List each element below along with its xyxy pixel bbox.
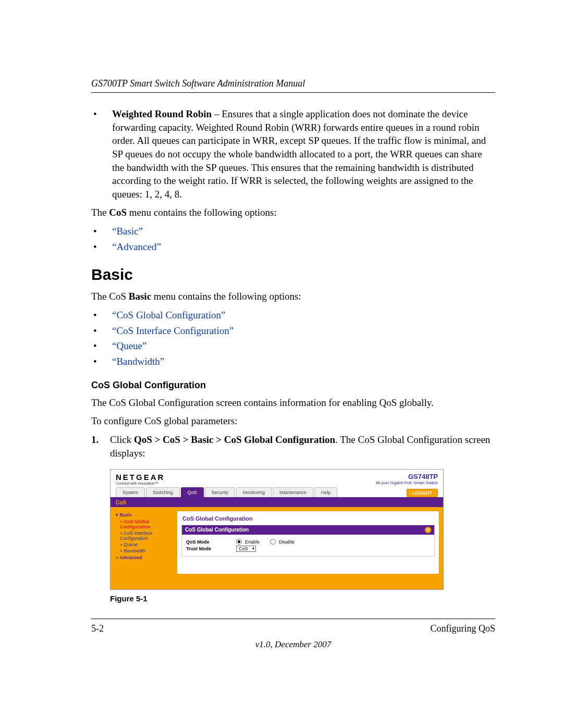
- bullet-mark: •: [91, 309, 112, 322]
- tab-security[interactable]: Security: [205, 487, 236, 497]
- help-icon[interactable]: ?: [425, 527, 431, 533]
- document-page: GS700TP Smart Switch Software Administra…: [0, 0, 563, 728]
- cos-global-desc: The CoS Global Configuration screen cont…: [91, 396, 495, 410]
- device-body: ▾ Basic » CoS Global Configuration » CoS…: [111, 507, 443, 589]
- footer-rule: [91, 619, 495, 619]
- sidebar-head-advanced[interactable]: » Advanced: [115, 554, 173, 561]
- radio-disable-label: Disable: [279, 539, 295, 545]
- sidebar-item-cos-global[interactable]: » CoS Global Configuration: [115, 519, 173, 530]
- brand: NETGEAR Connect with Innovation™: [116, 473, 165, 485]
- link-queue[interactable]: “Queue”: [112, 340, 146, 351]
- basic-intro-post: menu contains the following options:: [151, 291, 301, 302]
- tab-switching[interactable]: Switching: [146, 487, 180, 497]
- header-rule: [91, 92, 495, 93]
- link-cos-interface-config[interactable]: “CoS Interface Configuration”: [112, 325, 234, 336]
- bullet-body: “Advanced”: [112, 240, 495, 254]
- panel-head: CoS Global Configuration ?: [182, 525, 434, 535]
- link-advanced[interactable]: “Advanced”: [112, 241, 161, 252]
- tab-system[interactable]: System: [116, 487, 145, 497]
- sidebar-head-basic[interactable]: ▾ Basic: [115, 511, 173, 519]
- bullet-body: Weighted Round Robin – Ensures that a si…: [112, 107, 495, 201]
- label-qos-mode: QoS Mode: [186, 539, 233, 545]
- netgear-logo: NETGEAR: [116, 473, 165, 482]
- basic-intro: The CoS Basic menu contains the followin…: [91, 290, 495, 303]
- panel-head-label: CoS Global Configuration: [185, 527, 249, 533]
- bullet-mark: •: [91, 355, 112, 368]
- list-item: • “Queue”: [91, 339, 495, 353]
- bullet-body: “Basic”: [112, 225, 495, 238]
- tab-qos[interactable]: QoS: [181, 487, 204, 497]
- main-tabs: System Switching QoS Security Monitoring…: [111, 487, 443, 498]
- tab-maintenance[interactable]: Maintenance: [273, 487, 313, 497]
- bullet-mark: •: [91, 339, 112, 353]
- footer-page-num: 5-2: [91, 623, 104, 634]
- sidebar: ▾ Basic » CoS Global Configuration » CoS…: [115, 511, 173, 574]
- basic-intro-pre: The CoS: [91, 291, 129, 302]
- wrr-term: Weighted Round Robin: [112, 108, 212, 119]
- cos-global-steps-intro: To configure CoS global parameters:: [91, 414, 495, 428]
- running-header: GS700TP Smart Switch Software Administra…: [91, 78, 495, 89]
- link-bandwidth[interactable]: “Bandwidth”: [112, 356, 164, 367]
- row-qos-mode: QoS Mode Enable Disable: [186, 539, 430, 545]
- list-item: • “Basic”: [91, 225, 495, 238]
- step-body: Click QoS > CoS > Basic > CoS Global Con…: [110, 433, 495, 460]
- heading-cos-global-config: CoS Global Configuration: [91, 380, 495, 391]
- footer-row: 5-2 Configuring QoS: [91, 623, 495, 634]
- panel-body: QoS Mode Enable Disable Trust Mode CoS: [182, 535, 434, 556]
- panel-title: CoS Global Configuration: [181, 514, 435, 525]
- label-trust-mode: Trust Mode: [186, 546, 233, 551]
- footer-section: Configuring QoS: [430, 623, 495, 634]
- bullet-mark: •: [91, 107, 112, 121]
- step1-pre: Click: [110, 434, 134, 445]
- select-trust-mode[interactable]: CoS: [236, 546, 256, 552]
- list-item: • “CoS Global Configuration”: [91, 309, 495, 322]
- model-tagline: 48-port Gigabit PoE Smart Switch: [375, 480, 438, 485]
- bullet-wrr: • Weighted Round Robin – Ensures that a …: [91, 107, 495, 201]
- cos-intro-pre: The: [91, 207, 109, 218]
- row-trust-mode: Trust Mode CoS: [186, 546, 430, 552]
- list-item: • “CoS Interface Configuration”: [91, 324, 495, 338]
- link-basic[interactable]: “Basic”: [112, 226, 143, 237]
- model-info: GS748TP 48-port Gigabit PoE Smart Switch: [375, 473, 438, 485]
- subtab-cos[interactable]: CoS: [111, 498, 443, 507]
- device-ui-screenshot: NETGEAR Connect with Innovation™ GS748TP…: [110, 469, 444, 590]
- tab-help[interactable]: Help: [314, 487, 338, 497]
- cos-intro-post: menu contains the following options:: [127, 207, 277, 218]
- config-panel: CoS Global Configuration ? QoS Mode Enab…: [181, 525, 435, 557]
- logout-button[interactable]: LOGOUT: [407, 489, 438, 497]
- sidebar-group-basic: ▾ Basic » CoS Global Configuration » CoS…: [115, 511, 173, 554]
- bullet-mark: •: [91, 324, 112, 338]
- logo-tagline: Connect with Innovation™: [116, 482, 165, 485]
- basic-intro-bold: Basic: [129, 291, 151, 302]
- cos-intro-bold: CoS: [109, 207, 127, 218]
- bullet-mark: •: [91, 225, 112, 238]
- radio-enable-label: Enable: [245, 539, 260, 545]
- step1-bold: QoS > CoS > Basic > CoS Global Configura…: [134, 434, 335, 445]
- list-item: • “Advanced”: [91, 240, 495, 254]
- model-number: GS748TP: [375, 473, 438, 480]
- list-item: • “Bandwidth”: [91, 355, 495, 368]
- bullet-mark: •: [91, 240, 112, 254]
- sidebar-item-cos-interface[interactable]: » CoS Interface Configuration: [115, 530, 173, 541]
- sidebar-item-bandwidth[interactable]: » Bandwidth: [115, 548, 173, 554]
- radio-disable[interactable]: [270, 539, 276, 545]
- heading-basic: Basic: [91, 266, 495, 283]
- footer-version: v1.0, December 2007: [91, 639, 495, 650]
- content-panel: CoS Global Configuration CoS Global Conf…: [177, 511, 439, 574]
- sidebar-item-queue[interactable]: » Queue: [115, 541, 173, 548]
- radio-enable[interactable]: [236, 539, 242, 545]
- wrr-text: – Ensures that a single application does…: [112, 108, 486, 200]
- page-footer: 5-2 Configuring QoS v1.0, December 2007: [91, 619, 495, 650]
- link-cos-global-config[interactable]: “CoS Global Configuration”: [112, 310, 225, 320]
- device-header: NETGEAR Connect with Innovation™ GS748TP…: [111, 470, 443, 487]
- step-number: 1.: [91, 433, 110, 447]
- figure-caption: Figure 5-1: [110, 594, 495, 603]
- cos-menu-intro: The CoS menu contains the following opti…: [91, 206, 495, 219]
- step-1: 1. Click QoS > CoS > Basic > CoS Global …: [91, 433, 495, 460]
- tab-monitoring[interactable]: Monitoring: [236, 487, 272, 497]
